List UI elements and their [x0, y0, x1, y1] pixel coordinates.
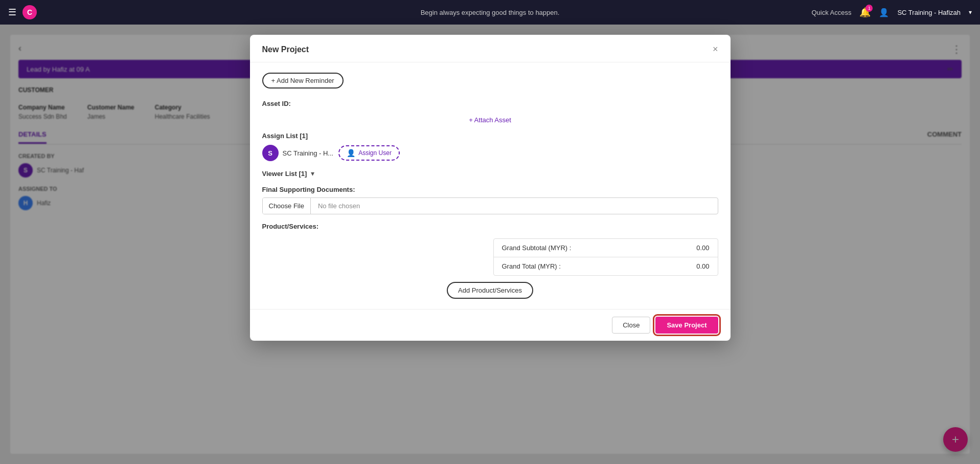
bell-badge: 1: [865, 5, 873, 12]
docs-section: Final Supporting Documents: Choose File …: [262, 186, 718, 214]
viewer-list-row[interactable]: Viewer List [1] ▾: [262, 169, 718, 178]
modal-header: New Project ×: [250, 35, 731, 62]
bell-icon[interactable]: 🔔 1: [859, 7, 871, 18]
assign-chip-avatar: S: [262, 145, 279, 161]
asset-id-section: Asset ID:: [262, 99, 718, 108]
add-product-button[interactable]: Add Product/Services: [447, 282, 533, 299]
assign-chips: S SC Training - H... 👤 Assign User: [262, 145, 718, 161]
no-file-label: No file chosen: [311, 198, 367, 214]
modal-backdrop: New Project × + Add New Reminder Asset I…: [0, 25, 980, 464]
viewer-list-label: Viewer List [1]: [262, 170, 307, 178]
quick-access-link[interactable]: Quick Access: [811, 9, 851, 16]
user-dropdown-icon[interactable]: ▾: [969, 9, 972, 16]
add-reminder-button[interactable]: + Add New Reminder: [262, 73, 344, 89]
modal-title: New Project: [262, 45, 309, 54]
add-product-section: Add Product/Services: [262, 282, 718, 299]
hamburger-icon[interactable]: ☰: [8, 7, 16, 18]
product-services-section: Product/Services:: [262, 223, 718, 230]
top-navigation: ☰ C Begin always expecting good things t…: [0, 0, 980, 25]
modal-close-button[interactable]: ×: [713, 44, 718, 55]
grand-total-value: 0.00: [696, 262, 709, 270]
modal-footer: Close Save Project: [250, 309, 731, 341]
attach-asset-link[interactable]: + Attach Asset: [262, 111, 718, 132]
grand-subtotal-label: Grand Subtotal (MYR) :: [502, 244, 572, 252]
viewer-chevron-icon: ▾: [311, 169, 314, 178]
logo-icon: C: [22, 5, 37, 19]
assign-list-header: Assign List [1]: [262, 132, 718, 140]
user-icon: 👤: [879, 8, 889, 17]
assign-user-button[interactable]: 👤 Assign User: [338, 145, 400, 161]
product-services-label: Product/Services:: [262, 223, 718, 230]
user-label: SC Training - Hafizah: [897, 9, 961, 16]
topnav-right: Quick Access 🔔 1 👤 SC Training - Hafizah…: [811, 7, 972, 18]
assign-user-label: Assign User: [358, 149, 392, 157]
assign-user-icon: 👤: [347, 149, 355, 157]
assign-chip: S SC Training - H...: [262, 145, 334, 161]
grand-total-label: Grand Total (MYR) :: [502, 262, 561, 270]
assign-chip-name: SC Training - H...: [283, 149, 334, 157]
file-input-wrapper: Choose File No file chosen: [262, 197, 718, 214]
final-docs-label: Final Supporting Documents:: [262, 186, 718, 193]
modal-body: + Add New Reminder Asset ID: + Attach As…: [250, 62, 731, 309]
choose-file-button[interactable]: Choose File: [263, 198, 311, 214]
close-button[interactable]: Close: [612, 317, 650, 334]
grand-total-row: Grand Total (MYR) : 0.00: [494, 257, 718, 275]
grand-totals: Grand Subtotal (MYR) : 0.00 Grand Total …: [493, 238, 718, 276]
grand-subtotal-row: Grand Subtotal (MYR) : 0.00: [494, 239, 718, 257]
new-project-modal: New Project × + Add New Reminder Asset I…: [250, 35, 731, 341]
assign-list-section: Assign List [1] S SC Training - H... 👤 A…: [262, 132, 718, 161]
asset-id-label: Asset ID:: [262, 100, 291, 107]
tagline: Begin always expecting good things to ha…: [421, 9, 560, 16]
grand-subtotal-value: 0.00: [696, 244, 709, 252]
save-project-button[interactable]: Save Project: [655, 317, 718, 334]
